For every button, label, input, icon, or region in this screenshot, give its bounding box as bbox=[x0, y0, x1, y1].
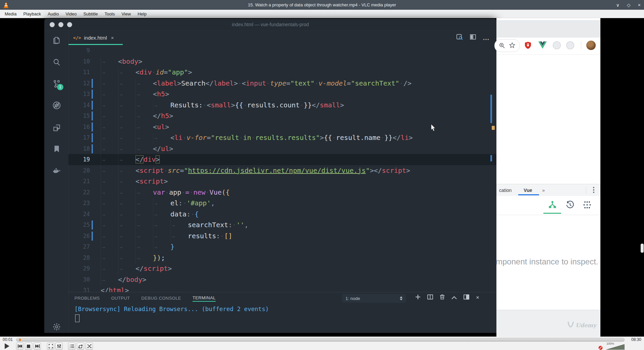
previous-button[interactable] bbox=[16, 343, 23, 350]
terminal-select[interactable]: 1: node bbox=[342, 294, 406, 303]
split-editor-icon[interactable] bbox=[469, 33, 477, 42]
tab-index-html[interactable]: </> index.html × bbox=[68, 30, 122, 45]
vue-devtools-extension-icon[interactable] bbox=[538, 41, 546, 49]
toolbar-divider bbox=[581, 42, 581, 49]
devtools-tab-application[interactable]: cation bbox=[499, 188, 512, 193]
code-line-17[interactable]: 17→→→→<li·v-for="result·in·results.resul… bbox=[68, 132, 496, 143]
bookmark-star-icon[interactable] bbox=[509, 42, 516, 49]
docker-icon[interactable] bbox=[52, 166, 61, 175]
code-line-11[interactable]: 11→→<div·id="app"> bbox=[68, 67, 496, 78]
more-actions-icon[interactable]: … bbox=[483, 34, 490, 42]
search-icon[interactable] bbox=[52, 58, 61, 66]
play-button[interactable] bbox=[3, 342, 11, 350]
kill-terminal-icon[interactable] bbox=[440, 294, 445, 301]
code-line-31[interactable]: 31</html> bbox=[68, 285, 496, 292]
code-line-13[interactable]: 13→→→<h5> bbox=[68, 89, 496, 100]
open-preview-icon[interactable] bbox=[456, 33, 463, 42]
split-terminal-icon[interactable] bbox=[427, 294, 433, 301]
stop-button[interactable] bbox=[25, 343, 32, 350]
seek-bar[interactable] bbox=[16, 338, 625, 342]
profile-avatar[interactable] bbox=[586, 41, 596, 50]
menu-help[interactable]: Help bbox=[136, 11, 151, 16]
menu-subtitle[interactable]: Subtitle bbox=[81, 11, 102, 16]
maximize-panel-icon[interactable] bbox=[451, 295, 457, 301]
new-terminal-icon[interactable] bbox=[415, 294, 421, 301]
address-bar[interactable] bbox=[494, 39, 520, 52]
code-line-19[interactable]: 19→→</div> bbox=[68, 154, 496, 165]
next-button[interactable] bbox=[34, 343, 41, 350]
browser-window: cation Vue » mponent instance to inspect… bbox=[496, 18, 600, 337]
fullscreen-button[interactable] bbox=[47, 343, 54, 350]
video-area[interactable]: index.html — vue-fundamentals-prod 1 bbox=[0, 18, 644, 337]
tab-label: index.html bbox=[84, 35, 107, 41]
source-control-icon[interactable]: 1 bbox=[52, 80, 61, 88]
extension-icon[interactable] bbox=[553, 41, 561, 49]
menu-media[interactable]: Media bbox=[3, 11, 21, 16]
code-line-15[interactable]: 15→→→</h5> bbox=[68, 110, 496, 121]
components-tree-icon[interactable] bbox=[548, 200, 557, 210]
vlc-titlebar[interactable]: 15. Watch a property of data object thro… bbox=[0, 0, 644, 10]
overview-ruler-change bbox=[490, 155, 492, 161]
code-editor[interactable]: 910→<body>11→→<div·id="app">12→→→<label>… bbox=[68, 45, 496, 292]
code-line-10[interactable]: 10→<body> bbox=[68, 56, 496, 67]
devtools-tab-vue[interactable]: Vue bbox=[524, 188, 532, 193]
code-line-20[interactable]: 20→→<script·src="https://cdn.jsdelivr.ne… bbox=[68, 165, 496, 176]
playlist-button[interactable] bbox=[68, 343, 75, 350]
code-line-23[interactable]: 23→→→→el:·'#app', bbox=[68, 198, 496, 209]
code-line-26[interactable]: 26→→→→→results:·[] bbox=[68, 231, 496, 242]
close-button[interactable]: × bbox=[638, 2, 641, 8]
menu-view[interactable]: View bbox=[119, 11, 136, 16]
restore-button[interactable]: ◇ bbox=[627, 2, 631, 8]
code-line-9[interactable]: 9 bbox=[68, 45, 496, 56]
panel-tab-output[interactable]: OUTPUT bbox=[111, 296, 130, 301]
panel-tab-problems[interactable]: PROBLEMS bbox=[74, 296, 100, 301]
scrollbar-fragment bbox=[641, 244, 644, 253]
move-panel-icon[interactable] bbox=[464, 294, 469, 301]
code-line-29[interactable]: 29→→</script> bbox=[68, 263, 496, 274]
code-line-28[interactable]: 28→→→}); bbox=[68, 252, 496, 263]
extensions-icon[interactable] bbox=[52, 123, 61, 132]
code-line-27[interactable]: 27→→→→} bbox=[68, 241, 496, 252]
adblock-shield-icon[interactable] bbox=[524, 41, 532, 49]
code-line-30[interactable]: 30→</body> bbox=[68, 274, 496, 285]
code-line-21[interactable]: 21→→<script> bbox=[68, 176, 496, 187]
extended-settings-button[interactable] bbox=[55, 343, 63, 350]
letterbox-right bbox=[600, 18, 644, 337]
menu-video[interactable]: Video bbox=[63, 11, 81, 16]
devtools-menu-icon[interactable] bbox=[593, 187, 594, 193]
code-line-25[interactable]: 25→→→→→searchText:·'', bbox=[68, 219, 496, 231]
menu-audio[interactable]: Audio bbox=[46, 11, 63, 16]
code-line-14[interactable]: 14→→→→Results:·<small>{{·results.count·}… bbox=[68, 100, 496, 111]
code-line-12[interactable]: 12→→→<label>Search</label>·<input·type="… bbox=[68, 78, 496, 89]
editor-column: </> index.html × … 910→<body>11→→<div·id… bbox=[68, 30, 496, 333]
code-line-22[interactable]: 22→→→var·app·=·new·Vue({ bbox=[68, 187, 496, 198]
code-line-24[interactable]: 24→→→→data:·{ bbox=[68, 209, 496, 220]
tab-close-icon[interactable]: × bbox=[111, 35, 114, 41]
time-total: 08:30 bbox=[631, 337, 641, 342]
html-file-icon: </> bbox=[73, 35, 81, 40]
mute-indicator-icon[interactable] bbox=[598, 346, 603, 350]
vscode-titlebar[interactable]: index.html — vue-fundamentals-prod bbox=[44, 19, 496, 31]
explorer-icon[interactable] bbox=[52, 36, 61, 45]
menu-playback[interactable]: Playback bbox=[21, 11, 46, 16]
settings-gear-icon[interactable] bbox=[52, 322, 61, 331]
dots-grid-icon[interactable] bbox=[583, 201, 591, 210]
extension-icon[interactable] bbox=[566, 41, 574, 49]
minimize-button[interactable]: ∨ bbox=[616, 2, 620, 8]
devtools-more-tabs-icon[interactable]: » bbox=[542, 188, 545, 193]
close-panel-icon[interactable]: × bbox=[476, 294, 479, 301]
history-clock-icon[interactable] bbox=[566, 200, 575, 211]
bookmarks-icon[interactable] bbox=[52, 145, 61, 153]
panel-tab-terminal[interactable]: TERMINAL bbox=[193, 295, 216, 302]
menu-tools[interactable]: Tools bbox=[103, 11, 119, 16]
panel-tab-debug-console[interactable]: DEBUG CONSOLE bbox=[141, 296, 181, 301]
loop-button[interactable] bbox=[77, 343, 84, 350]
udemy-logo-icon bbox=[568, 321, 575, 328]
debug-icon[interactable] bbox=[52, 101, 61, 110]
seek-position-marker[interactable] bbox=[19, 339, 21, 341]
zoom-icon[interactable] bbox=[499, 42, 505, 49]
scm-badge: 1 bbox=[57, 84, 63, 90]
terminal-output[interactable]: [Browsersync] Reloading Browsers... (buf… bbox=[74, 306, 269, 312]
random-button[interactable] bbox=[86, 343, 93, 350]
code-line-18[interactable]: 18→→→</ul> bbox=[68, 143, 496, 154]
